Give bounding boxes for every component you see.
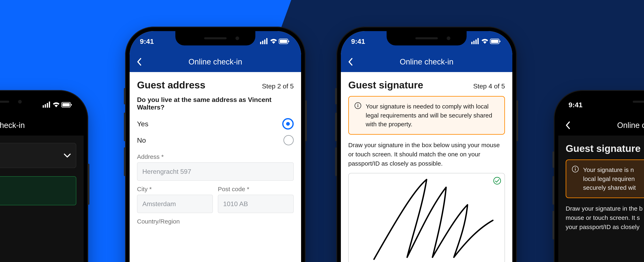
navbar-title: Online check-in <box>130 58 301 66</box>
navbar: Online check-in <box>558 115 644 135</box>
signature-drawing <box>349 173 504 262</box>
radio-option-no[interactable]: No <box>137 132 294 148</box>
instructions-text: Draw your signature in the b mouse or to… <box>566 204 644 232</box>
info-banner-text: Your signature is n local legal requiren… <box>583 165 636 192</box>
status-icons <box>43 102 74 108</box>
navbar: Online check-in <box>341 52 512 72</box>
city-input[interactable]: Amsterdam <box>137 195 213 213</box>
postcode-label: Post code * <box>218 186 294 193</box>
page-title: Guest signature <box>348 79 423 91</box>
back-button[interactable] <box>348 58 354 66</box>
postcode-input[interactable]: 1010 AB <box>218 195 294 213</box>
question-label: Do you live at the same address as Vince… <box>137 96 294 111</box>
status-time: 9:41 <box>351 37 365 45</box>
phone-mock-3: 9:41 Online check-in Guest signature Ste… <box>336 27 517 262</box>
navbar-title: Online check-in <box>0 121 84 130</box>
chevron-down-icon <box>64 152 71 159</box>
status-banner: online check-in request to Amsterdam. <box>0 176 76 205</box>
hero-background: 9:41 Online check-in Amsterdam Twin Room <box>0 0 644 262</box>
radio-icon-checked <box>282 118 294 130</box>
status-icons <box>260 38 291 45</box>
room-card[interactable]: Amsterdam Twin Room <box>0 143 76 168</box>
step-indicator: Step 2 of 5 <box>262 83 294 90</box>
phone-mock-1: 9:41 Online check-in Amsterdam Twin Room <box>0 90 88 262</box>
navbar: Online check-in <box>130 52 301 72</box>
radio-icon-unchecked <box>284 135 294 145</box>
signature-input[interactable] <box>348 173 505 262</box>
page-title: Guest signature <box>566 143 640 154</box>
check-icon <box>493 177 501 185</box>
navbar-title: Online check-in <box>341 58 512 66</box>
step-indicator: Step 4 of 5 <box>473 83 505 90</box>
pass-note: ass will appear here <box>0 211 76 219</box>
instructions-text: Draw your signature in the box below usi… <box>348 140 505 168</box>
info-banner: Your signature is needed to comply with … <box>348 96 505 135</box>
info-banner: Your signature is n local legal requiren… <box>566 159 644 198</box>
radio-label: Yes <box>137 120 148 128</box>
address-input[interactable]: Herengracht 597 <box>137 162 294 181</box>
back-button[interactable] <box>565 121 571 129</box>
status-icons <box>471 38 502 45</box>
status-time: 9:41 <box>568 101 582 109</box>
info-icon <box>572 165 579 192</box>
navbar: Online check-in <box>0 115 84 135</box>
city-label: City * <box>137 186 213 193</box>
status-time: 9:41 <box>140 37 154 45</box>
info-banner-text: Your signature is needed to comply with … <box>366 102 499 129</box>
info-icon <box>354 102 362 129</box>
address-label: Address * <box>137 153 294 160</box>
back-button[interactable] <box>136 58 142 66</box>
page-title: Guest address <box>137 79 205 91</box>
phone-mock-4: 9:41 Online check-in Guest signature <box>554 90 644 262</box>
radio-label: No <box>137 136 146 144</box>
radio-option-yes[interactable]: Yes <box>137 116 294 132</box>
country-label: Country/Region <box>137 218 294 225</box>
navbar-title: Online check-in <box>558 121 644 130</box>
phone-mock-2: 9:41 Online check-in Guest address Step … <box>125 27 306 262</box>
